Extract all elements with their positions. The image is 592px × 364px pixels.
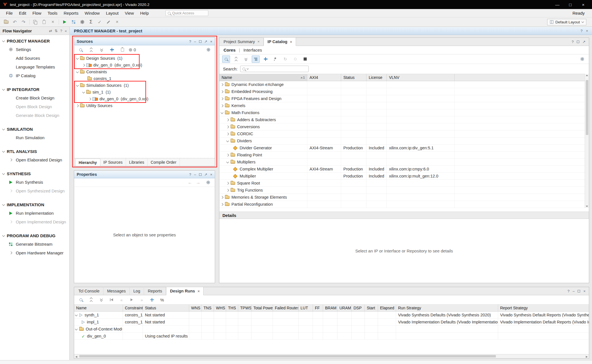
tree-row-utility-sources[interactable]: Utility Sources <box>74 102 215 109</box>
column-header[interactable]: WHS <box>214 305 226 311</box>
customize-wrench-icon[interactable] <box>271 56 279 63</box>
menu-flow[interactable]: Flow <box>29 10 45 17</box>
catalog-row[interactable]: Trig Functions <box>219 187 589 194</box>
column-header[interactable]: Name <box>74 305 123 311</box>
maximize-icon[interactable]: ↗ <box>204 39 207 44</box>
help-icon[interactable]: ? <box>580 29 582 33</box>
scroll-down-icon[interactable] <box>586 206 588 207</box>
expand-icon[interactable] <box>226 132 229 135</box>
scroll-up-icon[interactable] <box>586 75 588 76</box>
column-header[interactable]: BRAM <box>323 305 337 311</box>
close-icon[interactable]: × <box>210 172 212 177</box>
menu-window[interactable]: Window <box>81 10 103 17</box>
help-icon[interactable]: ? <box>60 29 62 33</box>
collapse-icon[interactable] <box>221 111 224 114</box>
expand-icon[interactable] <box>226 118 229 121</box>
scroll-left-icon[interactable]: ◀ <box>75 355 77 358</box>
run-row-div-gen-0[interactable]: ✓div_gen_0 Using cached IP results <box>74 333 589 340</box>
section-header-program-and-debug[interactable]: PROGRAM AND DEBUG <box>0 231 69 240</box>
catalog-row[interactable]: Conversions <box>219 123 589 130</box>
tree-row-design-sources[interactable]: Design Sources(1) <box>74 55 215 62</box>
quick-access-search[interactable]: Quick Access <box>165 10 208 16</box>
collapse-icon[interactable] <box>226 139 229 142</box>
minimize-icon[interactable]: – <box>194 172 196 177</box>
catalog-row[interactable]: FPGA Features and Design <box>219 95 589 102</box>
catalog-row[interactable]: Kernels <box>219 102 589 109</box>
gear-icon[interactable] <box>204 179 212 186</box>
menu-help[interactable]: Help <box>137 10 152 17</box>
collapse-all-icon[interactable] <box>87 296 95 303</box>
column-header[interactable]: LUT <box>299 305 313 311</box>
sidebar-item-generate-bitstream[interactable]: Generate Bitstream <box>0 240 69 248</box>
settings-gear-icon[interactable] <box>78 19 86 26</box>
copy-icon[interactable] <box>32 19 39 26</box>
redo-icon[interactable]: ↷ <box>20 19 27 26</box>
float-icon[interactable] <box>199 173 202 176</box>
search-input[interactable] <box>240 66 309 72</box>
collapse-icon[interactable] <box>75 327 78 330</box>
catalog-row[interactable]: Square Root <box>219 180 589 187</box>
expand-icon[interactable] <box>226 182 229 185</box>
help-icon[interactable]: ? <box>572 40 574 44</box>
column-header-vlnv[interactable]: VLNV <box>387 74 455 81</box>
tab-ip-sources[interactable]: IP Sources <box>100 158 126 166</box>
expand-icon[interactable] <box>221 97 224 100</box>
section-header-synthesis[interactable]: SYNTHESIS <box>0 169 69 178</box>
expand-all-icon[interactable] <box>242 56 250 63</box>
tree-row-constrs-1[interactable]: constrs_1 <box>74 75 215 82</box>
tab-libraries[interactable]: Libraries <box>126 158 148 166</box>
swap-icon[interactable]: ⇄ <box>49 29 52 33</box>
close-button[interactable]: × <box>577 1 589 8</box>
maximize-icon[interactable]: ↗ <box>204 172 207 177</box>
column-header-axi4[interactable]: AXI4 <box>307 74 341 81</box>
create-runs-icon[interactable] <box>148 296 156 303</box>
run-row-synth-1[interactable]: synth_1 constrs_1 Not started Vivado Syn… <box>74 312 589 319</box>
program-device-icon[interactable] <box>70 19 77 26</box>
column-header[interactable]: FF <box>313 305 323 311</box>
run-row-impl-1[interactable]: impl_1 constrs_1 Not started Vivado Impl… <box>74 319 589 326</box>
tree-row-div-gen-0-sim[interactable]: div_gen_0(div_gen_0.xci) <box>74 96 215 102</box>
scroll-right-icon[interactable]: ▶ <box>586 355 588 358</box>
tab-tcl-console[interactable]: Tcl Console <box>75 287 103 295</box>
expand-all-icon[interactable] <box>98 46 105 54</box>
scrollbar-thumb[interactable] <box>79 355 496 358</box>
search-icon[interactable] <box>222 56 230 63</box>
expand-icon[interactable] <box>76 104 79 107</box>
column-header[interactable]: Start <box>365 305 378 311</box>
cancel-icon[interactable]: × <box>113 19 121 26</box>
expand-icon[interactable] <box>82 90 85 93</box>
column-header[interactable]: Constraints <box>123 305 143 311</box>
expand-icon[interactable] <box>76 70 79 73</box>
add-sources-icon[interactable] <box>108 46 116 54</box>
column-header[interactable]: THS <box>226 305 238 311</box>
sidebar-item-create-block-design[interactable]: Create Block Design <box>0 94 69 102</box>
collapse-icon[interactable] <box>75 313 78 316</box>
tab-messages[interactable]: Messages <box>103 287 130 295</box>
float-icon[interactable] <box>199 40 202 43</box>
catalog-row[interactable]: Dynamic Function eXchange <box>219 81 589 88</box>
sidebar-item-add-sources[interactable]: Add Sources <box>0 54 69 63</box>
float-icon[interactable] <box>578 290 580 292</box>
tab-ip-catalog[interactable]: IP Catalog× <box>264 37 296 46</box>
collapse-all-icon[interactable] <box>232 56 240 63</box>
sidebar-item-run-synthesis[interactable]: Run Synthesis <box>0 178 69 187</box>
sidebar-item-open-hardware-manager[interactable]: Open Hardware Manager <box>0 248 69 257</box>
tab-project-summary[interactable]: Project Summary× <box>220 37 264 46</box>
catalog-row[interactable]: Floating Point <box>219 152 589 159</box>
column-header-license[interactable]: License <box>366 74 387 81</box>
column-header[interactable]: TNS <box>202 305 214 311</box>
horizontal-scrollbar[interactable]: ◀ ▶ <box>74 354 589 358</box>
menu-tools[interactable]: Tools <box>45 10 61 17</box>
catalog-row[interactable]: CORDIC <box>219 130 589 137</box>
column-header-name[interactable]: Name1 <box>219 74 307 81</box>
collapse-all-icon[interactable] <box>87 46 95 54</box>
close-tab-icon[interactable]: × <box>290 40 292 44</box>
expand-icon[interactable] <box>226 125 229 128</box>
maximize-button[interactable]: □ <box>564 1 576 8</box>
column-header-status[interactable]: Status <box>341 74 366 81</box>
sum-icon[interactable]: Σ <box>87 19 95 26</box>
minimize-icon[interactable]: – <box>194 39 196 44</box>
column-header[interactable]: Run Strategy <box>396 305 498 311</box>
tab-reports[interactable]: Reports <box>144 287 166 295</box>
search-icon[interactable] <box>77 296 85 303</box>
